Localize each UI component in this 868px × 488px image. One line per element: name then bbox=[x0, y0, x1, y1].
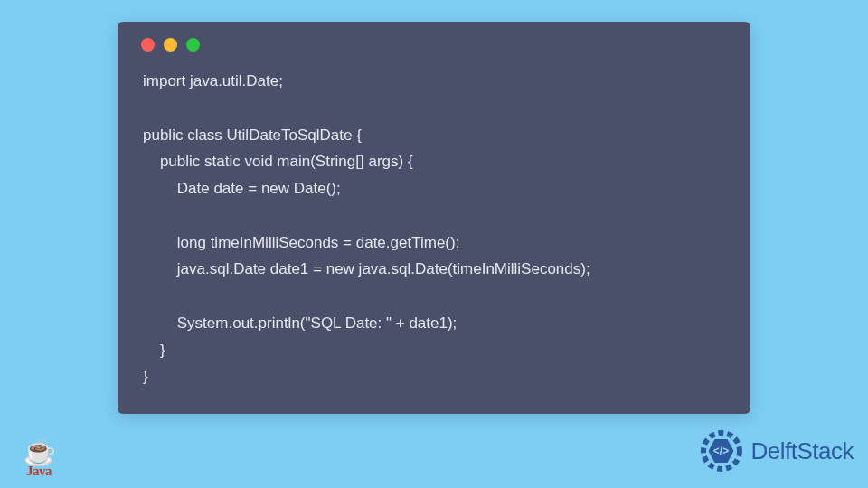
code-line: public static void main(String[] args) { bbox=[143, 153, 413, 170]
java-cup-icon: ☕ bbox=[13, 438, 65, 465]
delftstack-mark-icon: </> bbox=[697, 427, 746, 475]
code-line: java.sql.Date date1 = new java.sql.Date(… bbox=[143, 260, 590, 277]
delftstack-label: DelftStack bbox=[751, 437, 854, 465]
window-controls bbox=[141, 38, 725, 52]
minimize-icon[interactable] bbox=[164, 38, 177, 52]
code-line: long timeInMilliSeconds = date.getTime()… bbox=[143, 234, 459, 251]
code-line: import java.util.Date; bbox=[143, 72, 283, 89]
code-line: public class UtilDateToSqlDate { bbox=[143, 127, 362, 144]
code-line: } bbox=[143, 342, 165, 359]
code-block: import java.util.Date; public class Util… bbox=[143, 68, 725, 390]
delftstack-hex-text: </> bbox=[713, 445, 729, 457]
code-window: import java.util.Date; public class Util… bbox=[118, 22, 750, 414]
java-logo-label: Java bbox=[13, 464, 65, 479]
delftstack-logo: </> DelftStack bbox=[697, 427, 854, 475]
close-icon[interactable] bbox=[141, 38, 155, 52]
code-line: System.out.println("SQL Date: " + date1)… bbox=[143, 314, 457, 332]
code-line: Date date = new Date(); bbox=[143, 180, 341, 197]
zoom-icon[interactable] bbox=[186, 38, 200, 52]
java-logo: ☕ Java bbox=[13, 438, 65, 479]
code-line: } bbox=[143, 368, 148, 385]
